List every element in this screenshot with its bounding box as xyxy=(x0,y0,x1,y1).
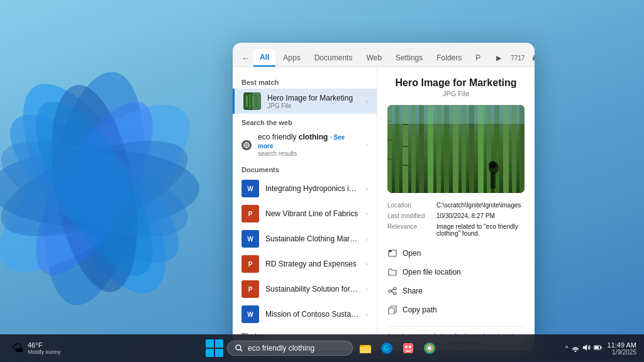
doc-title-3: RD Strategy and Expenses xyxy=(265,260,360,268)
doc-item-3[interactable]: P RD Strategy and Expenses › xyxy=(233,251,377,277)
doc-title-5: Mission of Contoso Sustainable F... xyxy=(265,310,360,319)
svg-rect-54 xyxy=(493,173,496,189)
action-share[interactable]: Share xyxy=(387,283,525,299)
weather-widget[interactable]: 🌤 46°F Mostly sunny xyxy=(8,339,66,358)
win-quad-3 xyxy=(206,349,214,357)
share-icon xyxy=(387,286,397,296)
results-panel: Best match Hero Image for Marketing xyxy=(233,67,377,351)
svg-rect-15 xyxy=(255,95,257,107)
svg-rect-53 xyxy=(491,173,493,189)
svg-point-70 xyxy=(381,343,392,354)
weather-desc: Mostly sunny xyxy=(28,349,61,355)
svg-rect-12 xyxy=(246,96,248,107)
weather-temp: 46°F xyxy=(28,341,61,349)
tab-settings[interactable]: Settings xyxy=(389,50,429,66)
svg-point-59 xyxy=(394,287,396,290)
doc-chevron-0-icon: › xyxy=(366,185,368,192)
open-location-label: Open file location xyxy=(402,268,461,277)
tray-chevron-icon[interactable]: ^ xyxy=(565,345,569,352)
doc-chevron-4-icon: › xyxy=(366,286,368,293)
tray-volume-icon[interactable] xyxy=(582,343,591,354)
score-label: 7717 xyxy=(509,50,526,66)
location-value: C:\scratch\Ignite\Ignite\images xyxy=(436,202,525,209)
taskbar-chrome-icon[interactable] xyxy=(421,339,438,357)
doc-chevron-1-icon: › xyxy=(366,211,368,217)
web-query-bold: clothing xyxy=(299,133,328,141)
tab-p[interactable]: P xyxy=(469,50,487,66)
tray-battery-icon[interactable] xyxy=(594,343,602,354)
share-label: Share xyxy=(402,287,423,295)
tab-apps[interactable]: Apps xyxy=(277,50,306,66)
tab-folders[interactable]: Folders xyxy=(430,50,468,66)
web-section-label: Search the web xyxy=(233,116,377,129)
action-open-location[interactable]: Open file location xyxy=(387,265,525,280)
svg-point-60 xyxy=(394,292,396,295)
search-header: ← All Apps Documents Web Settings Folder… xyxy=(233,43,535,67)
play-icon[interactable]: ▶ xyxy=(491,50,507,66)
best-match-item[interactable]: Hero Image for Marketing JPG File › xyxy=(233,89,377,114)
taskbar-explorer-icon[interactable] xyxy=(357,339,374,357)
taskbar-search-bar[interactable]: eco friendly clothing xyxy=(227,341,353,356)
meta-row-relevance: Relevance Image related to "eco friendly… xyxy=(387,223,525,237)
taskbar-edge-icon[interactable] xyxy=(378,339,396,357)
search-body: Best match Hero Image for Marketing xyxy=(233,67,535,351)
system-clock[interactable]: 11:49 AM 1/9/2025 xyxy=(608,341,636,356)
doc-chevron-3-icon: › xyxy=(366,261,368,268)
svg-rect-51 xyxy=(402,165,408,166)
doc-title-0: Integrating Hydroponics in Manu... xyxy=(265,184,360,193)
detail-title: Hero Image for Marketing xyxy=(387,77,525,89)
doc-text-5: Mission of Contoso Sustainable F... xyxy=(265,310,360,319)
doc-item-1[interactable]: P New Vibrant Line of Fabrics › xyxy=(233,201,377,226)
taskbar-paint-icon[interactable] xyxy=(399,339,417,357)
doc-item-4[interactable]: P Sustainability Solution for Future ...… xyxy=(233,277,377,302)
gamepad-icon[interactable]: 🎮 xyxy=(528,50,535,66)
doc-icon-word-0: W xyxy=(242,180,259,197)
back-button[interactable]: ← xyxy=(242,50,250,65)
open-folder-icon xyxy=(387,267,397,277)
svg-rect-49 xyxy=(402,124,408,125)
win-quad-2 xyxy=(215,339,223,348)
web-chevron-icon: › xyxy=(366,141,368,148)
search-tabs: All Apps Documents Web Settings Folders … xyxy=(253,49,487,67)
svg-point-66 xyxy=(236,345,241,350)
clock-time: 11:49 AM xyxy=(608,341,636,349)
svg-rect-48 xyxy=(387,158,392,160)
doc-item-2[interactable]: W Sustainable Clothing Marketing ... › xyxy=(233,226,377,251)
svg-rect-58 xyxy=(389,250,392,252)
doc-title-1: New Vibrant Line of Fabrics xyxy=(265,209,360,218)
svg-marker-79 xyxy=(583,344,587,351)
svg-line-67 xyxy=(240,349,242,351)
windows-logo-button[interactable] xyxy=(206,339,223,357)
web-search-item[interactable]: eco friendly clothing · See more search … xyxy=(233,129,377,161)
svg-point-61 xyxy=(389,290,391,292)
open-label: Open xyxy=(402,249,421,258)
taskbar-center: eco friendly clothing xyxy=(206,339,438,357)
win-quad-4 xyxy=(215,349,223,357)
clock-date: 1/9/2025 xyxy=(612,349,636,356)
taskbar-right: ^ xyxy=(565,341,636,356)
svg-rect-69 xyxy=(360,347,371,353)
doc-item-5[interactable]: W Mission of Contoso Sustainable F... › xyxy=(233,302,377,327)
svg-rect-56 xyxy=(387,105,525,124)
web-query: eco friendly clothing · See more xyxy=(258,133,360,150)
doc-item-0[interactable]: W Integrating Hydroponics in Manu... › xyxy=(233,176,377,201)
taskbar: 🌤 46°F Mostly sunny eco friendly clothin xyxy=(0,334,644,362)
tray-network-icon[interactable] xyxy=(571,343,580,354)
svg-line-63 xyxy=(391,291,394,293)
tab-web[interactable]: Web xyxy=(360,50,387,66)
doc-title-4: Sustainability Solution for Future ... xyxy=(265,285,360,293)
tab-documents[interactable]: Documents xyxy=(308,50,359,66)
relevance-label: Relevance xyxy=(387,223,431,230)
tab-all[interactable]: All xyxy=(253,49,275,67)
web-search-icon xyxy=(242,140,252,150)
svg-point-78 xyxy=(574,350,575,351)
tab-extra-icons: ▶ 7717 🎮 L ••• 🌸 xyxy=(491,50,535,66)
action-open[interactable]: Open xyxy=(387,246,525,261)
svg-point-72 xyxy=(405,346,408,348)
svg-point-55 xyxy=(489,161,496,168)
detail-type: JPG File xyxy=(387,90,525,97)
detail-panel: Hero Image for Marketing JPG File xyxy=(377,67,535,351)
action-copy-path[interactable]: Copy path xyxy=(387,302,525,317)
doc-chevron-5-icon: › xyxy=(366,311,368,318)
svg-rect-82 xyxy=(595,346,599,349)
